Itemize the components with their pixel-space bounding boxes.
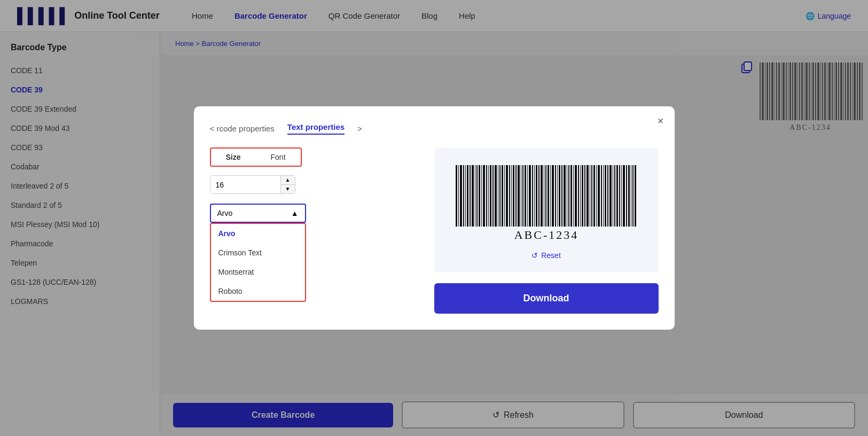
svg-rect-114 xyxy=(605,165,606,227)
svg-rect-112 xyxy=(601,165,602,227)
svg-rect-92 xyxy=(555,165,556,227)
svg-rect-70 xyxy=(504,165,505,227)
barcode-preview-svg: ABC-1234 xyxy=(450,160,643,246)
reset-button[interactable]: ↺ Reset xyxy=(531,251,561,260)
modal-close-button[interactable]: × xyxy=(658,115,664,127)
svg-rect-68 xyxy=(499,165,501,227)
svg-rect-71 xyxy=(506,165,508,227)
font-option-montserrat[interactable]: Montserrat xyxy=(211,262,305,282)
modal-tab-next[interactable]: > xyxy=(357,124,362,133)
svg-rect-83 xyxy=(534,165,535,227)
svg-rect-123 xyxy=(626,165,627,227)
svg-rect-106 xyxy=(587,165,589,227)
size-input[interactable] xyxy=(210,176,280,193)
svg-rect-95 xyxy=(561,165,562,227)
svg-rect-111 xyxy=(598,165,600,227)
svg-rect-110 xyxy=(596,165,597,227)
prop-tab-font[interactable]: Font xyxy=(256,149,301,166)
svg-rect-59 xyxy=(479,165,480,227)
svg-rect-88 xyxy=(545,165,546,227)
svg-rect-93 xyxy=(557,165,558,227)
svg-rect-64 xyxy=(490,165,491,227)
svg-rect-104 xyxy=(582,165,583,227)
svg-rect-58 xyxy=(476,165,478,227)
prop-tab-size[interactable]: Size xyxy=(211,149,256,166)
svg-rect-117 xyxy=(613,165,613,227)
font-option-roboto[interactable]: Roboto xyxy=(211,282,305,301)
font-dropdown-button[interactable]: Arvo ▲ xyxy=(210,204,306,223)
svg-rect-79 xyxy=(525,165,526,227)
reset-icon: ↺ xyxy=(531,251,538,260)
svg-rect-90 xyxy=(550,165,551,227)
svg-rect-56 xyxy=(472,165,474,227)
font-dropdown: Arvo Crimson Text Montserrat Roboto xyxy=(210,223,306,302)
svg-rect-109 xyxy=(593,165,595,227)
font-option-crimson[interactable]: Crimson Text xyxy=(211,243,305,262)
svg-rect-77 xyxy=(521,165,521,227)
font-option-arvo[interactable]: Arvo xyxy=(211,224,305,243)
svg-rect-99 xyxy=(570,165,572,227)
svg-rect-81 xyxy=(529,165,531,227)
svg-rect-121 xyxy=(621,165,622,227)
svg-rect-119 xyxy=(616,165,618,227)
svg-rect-75 xyxy=(515,165,517,227)
size-input-wrapper: ▲ ▼ xyxy=(210,175,295,194)
svg-rect-89 xyxy=(548,165,549,227)
svg-rect-73 xyxy=(511,165,512,227)
svg-rect-85 xyxy=(538,165,539,227)
svg-rect-86 xyxy=(541,165,543,227)
svg-rect-102 xyxy=(578,165,579,227)
svg-rect-51 xyxy=(460,165,462,227)
svg-rect-60 xyxy=(481,165,482,227)
size-increment-button[interactable]: ▲ xyxy=(281,176,295,185)
svg-rect-113 xyxy=(603,165,604,227)
svg-rect-61 xyxy=(483,165,485,227)
svg-rect-87 xyxy=(544,165,544,227)
svg-rect-127 xyxy=(635,165,636,227)
svg-rect-116 xyxy=(609,165,612,227)
svg-rect-122 xyxy=(623,165,625,227)
modal-left-panel: Size Font ▲ ▼ Arvo ▲ xyxy=(210,147,421,314)
svg-rect-63 xyxy=(488,165,489,227)
svg-rect-78 xyxy=(522,165,523,227)
svg-rect-84 xyxy=(536,165,537,227)
font-selected-label: Arvo xyxy=(217,209,233,217)
modal-tab-prev[interactable]: < rcode properties xyxy=(210,124,275,133)
svg-rect-57 xyxy=(475,165,475,227)
modal-right-panel: ABC-1234 ↺ Reset Download xyxy=(434,147,659,314)
svg-rect-118 xyxy=(614,165,615,227)
modal-tab-bar: < rcode properties Text properties > xyxy=(210,122,659,135)
svg-rect-80 xyxy=(527,165,528,227)
svg-rect-62 xyxy=(486,165,487,227)
svg-rect-124 xyxy=(628,165,630,227)
size-stepper: ▲ ▼ xyxy=(280,176,295,193)
svg-rect-91 xyxy=(552,165,554,227)
font-select-wrapper: Arvo ▲ Arvo Crimson Text Montserrat Robo… xyxy=(210,204,421,223)
svg-rect-74 xyxy=(513,165,514,227)
svg-rect-82 xyxy=(532,165,533,227)
svg-rect-54 xyxy=(467,165,468,227)
barcode-preview-box: ABC-1234 ↺ Reset xyxy=(434,147,659,272)
svg-rect-67 xyxy=(498,165,498,227)
reset-label: Reset xyxy=(541,251,561,260)
svg-rect-101 xyxy=(575,165,577,227)
svg-rect-105 xyxy=(584,165,585,227)
modal-body: Size Font ▲ ▼ Arvo ▲ xyxy=(210,147,659,314)
download-button[interactable]: Download xyxy=(434,283,659,314)
modal-tab-text-properties[interactable]: Text properties xyxy=(287,122,345,135)
svg-rect-53 xyxy=(465,165,466,227)
property-tabs: Size Font xyxy=(210,147,302,167)
svg-rect-52 xyxy=(463,165,464,227)
svg-rect-126 xyxy=(632,165,634,227)
svg-rect-97 xyxy=(567,165,567,227)
svg-rect-55 xyxy=(470,165,471,227)
svg-rect-66 xyxy=(495,165,497,227)
svg-rect-100 xyxy=(573,165,574,227)
svg-rect-107 xyxy=(590,165,590,227)
modal: × < rcode properties Text properties > S… xyxy=(194,106,675,330)
size-decrement-button[interactable]: ▼ xyxy=(281,185,295,193)
svg-rect-69 xyxy=(502,165,503,227)
modal-overlay: × < rcode properties Text properties > S… xyxy=(0,0,868,436)
svg-rect-94 xyxy=(559,165,560,227)
svg-rect-108 xyxy=(591,165,592,227)
